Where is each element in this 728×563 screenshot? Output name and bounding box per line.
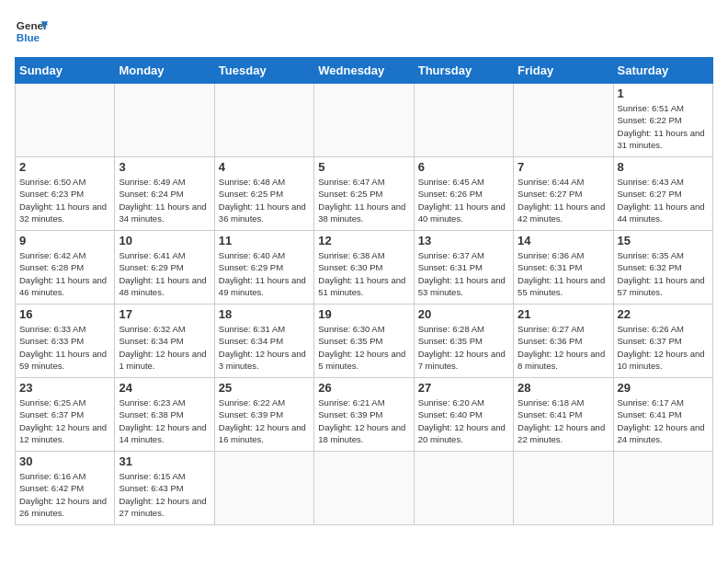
day-info: Sunrise: 6:18 AM Sunset: 6:41 PM Dayligh…: [518, 396, 609, 445]
weekday-header-saturday: Saturday: [613, 58, 712, 84]
calendar-cell: 12Sunrise: 6:38 AM Sunset: 6:30 PM Dayli…: [314, 231, 414, 304]
calendar-cell: 5Sunrise: 6:47 AM Sunset: 6:25 PM Daylig…: [314, 157, 414, 231]
weekday-header-wednesday: Wednesday: [314, 58, 414, 84]
calendar-cell: 8Sunrise: 6:43 AM Sunset: 6:27 PM Daylig…: [613, 157, 712, 231]
calendar-cell: [514, 84, 613, 157]
generalblue-logo-icon: General Blue: [15, 15, 48, 48]
day-info: Sunrise: 6:36 AM Sunset: 6:31 PM Dayligh…: [518, 249, 609, 298]
day-number: 25: [219, 381, 310, 395]
page-header: General Blue: [15, 15, 713, 48]
calendar-cell: 17Sunrise: 6:32 AM Sunset: 6:34 PM Dayli…: [115, 304, 214, 378]
day-info: Sunrise: 6:45 AM Sunset: 6:26 PM Dayligh…: [418, 176, 509, 224]
calendar-cell: 20Sunrise: 6:28 AM Sunset: 6:35 PM Dayli…: [414, 304, 513, 378]
weekday-header-sunday: Sunday: [16, 58, 115, 84]
day-number: 26: [318, 381, 409, 395]
calendar-cell: 22Sunrise: 6:26 AM Sunset: 6:37 PM Dayli…: [613, 304, 712, 378]
logo: General Blue: [15, 15, 48, 48]
calendar-cell: 6Sunrise: 6:45 AM Sunset: 6:26 PM Daylig…: [414, 157, 513, 231]
calendar-cell: 26Sunrise: 6:21 AM Sunset: 6:39 PM Dayli…: [314, 378, 414, 452]
day-info: Sunrise: 6:51 AM Sunset: 6:22 PM Dayligh…: [618, 102, 709, 151]
day-number: 24: [119, 381, 210, 395]
calendar-cell: [214, 452, 313, 525]
day-number: 16: [19, 307, 110, 321]
calendar-cell: 10Sunrise: 6:41 AM Sunset: 6:29 PM Dayli…: [115, 231, 214, 304]
day-number: 28: [518, 381, 609, 395]
calendar-cell: 13Sunrise: 6:37 AM Sunset: 6:31 PM Dayli…: [414, 231, 513, 304]
calendar-cell: 23Sunrise: 6:25 AM Sunset: 6:37 PM Dayli…: [16, 378, 115, 452]
calendar-header-row: SundayMondayTuesdayWednesdayThursdayFrid…: [16, 58, 713, 84]
calendar-cell: [214, 84, 313, 157]
day-number: 21: [518, 307, 609, 321]
day-number: 9: [19, 234, 110, 247]
calendar-cell: [115, 84, 214, 157]
day-number: 17: [119, 307, 210, 321]
calendar-cell: 2Sunrise: 6:50 AM Sunset: 6:23 PM Daylig…: [16, 157, 115, 231]
calendar-week-row: 30Sunrise: 6:16 AM Sunset: 6:42 PM Dayli…: [16, 452, 713, 525]
weekday-header-monday: Monday: [115, 58, 214, 84]
day-number: 23: [19, 381, 110, 395]
day-number: 11: [219, 234, 310, 247]
day-info: Sunrise: 6:23 AM Sunset: 6:38 PM Dayligh…: [119, 396, 210, 445]
day-info: Sunrise: 6:22 AM Sunset: 6:39 PM Dayligh…: [219, 396, 310, 445]
calendar-cell: 25Sunrise: 6:22 AM Sunset: 6:39 PM Dayli…: [214, 378, 313, 452]
day-info: Sunrise: 6:26 AM Sunset: 6:37 PM Dayligh…: [618, 323, 709, 372]
day-number: 30: [19, 454, 110, 468]
day-info: Sunrise: 6:37 AM Sunset: 6:31 PM Dayligh…: [418, 249, 509, 298]
calendar-cell: [16, 84, 115, 157]
day-number: 8: [618, 160, 709, 174]
day-info: Sunrise: 6:41 AM Sunset: 6:29 PM Dayligh…: [119, 249, 210, 298]
day-info: Sunrise: 6:15 AM Sunset: 6:43 PM Dayligh…: [119, 470, 210, 519]
calendar-cell: 14Sunrise: 6:36 AM Sunset: 6:31 PM Dayli…: [514, 231, 613, 304]
day-info: Sunrise: 6:30 AM Sunset: 6:35 PM Dayligh…: [318, 323, 409, 372]
calendar-cell: 15Sunrise: 6:35 AM Sunset: 6:32 PM Dayli…: [613, 231, 712, 304]
day-info: Sunrise: 6:50 AM Sunset: 6:23 PM Dayligh…: [19, 176, 110, 224]
day-info: Sunrise: 6:20 AM Sunset: 6:40 PM Dayligh…: [418, 396, 509, 445]
weekday-header-friday: Friday: [514, 58, 613, 84]
day-info: Sunrise: 6:28 AM Sunset: 6:35 PM Dayligh…: [418, 323, 509, 372]
day-number: 7: [518, 160, 609, 174]
day-info: Sunrise: 6:25 AM Sunset: 6:37 PM Dayligh…: [19, 396, 110, 445]
day-number: 14: [518, 234, 609, 247]
day-info: Sunrise: 6:27 AM Sunset: 6:36 PM Dayligh…: [518, 323, 609, 372]
calendar-table: SundayMondayTuesdayWednesdayThursdayFrid…: [15, 57, 713, 525]
day-number: 2: [19, 160, 110, 174]
day-number: 13: [418, 234, 509, 247]
day-info: Sunrise: 6:48 AM Sunset: 6:25 PM Dayligh…: [219, 176, 310, 224]
day-number: 10: [119, 234, 210, 247]
calendar-cell: 24Sunrise: 6:23 AM Sunset: 6:38 PM Dayli…: [115, 378, 214, 452]
calendar-cell: 16Sunrise: 6:33 AM Sunset: 6:33 PM Dayli…: [16, 304, 115, 378]
day-number: 29: [618, 381, 709, 395]
calendar-cell: 21Sunrise: 6:27 AM Sunset: 6:36 PM Dayli…: [514, 304, 613, 378]
calendar-cell: [414, 84, 513, 157]
calendar-cell: 9Sunrise: 6:42 AM Sunset: 6:28 PM Daylig…: [16, 231, 115, 304]
day-info: Sunrise: 6:49 AM Sunset: 6:24 PM Dayligh…: [119, 176, 210, 224]
svg-text:Blue: Blue: [17, 31, 40, 43]
day-info: Sunrise: 6:43 AM Sunset: 6:27 PM Dayligh…: [618, 176, 709, 224]
calendar-cell: [314, 452, 414, 525]
calendar-cell: 3Sunrise: 6:49 AM Sunset: 6:24 PM Daylig…: [115, 157, 214, 231]
calendar-cell: 18Sunrise: 6:31 AM Sunset: 6:34 PM Dayli…: [214, 304, 313, 378]
day-info: Sunrise: 6:21 AM Sunset: 6:39 PM Dayligh…: [318, 396, 409, 445]
day-info: Sunrise: 6:33 AM Sunset: 6:33 PM Dayligh…: [19, 323, 110, 372]
calendar-week-row: 2Sunrise: 6:50 AM Sunset: 6:23 PM Daylig…: [16, 157, 713, 231]
day-number: 31: [119, 454, 210, 468]
day-number: 18: [219, 307, 310, 321]
day-number: 27: [418, 381, 509, 395]
calendar-week-row: 1Sunrise: 6:51 AM Sunset: 6:22 PM Daylig…: [16, 84, 713, 157]
weekday-header-thursday: Thursday: [414, 58, 513, 84]
day-number: 20: [418, 307, 509, 321]
calendar-cell: [314, 84, 414, 157]
calendar-cell: 31Sunrise: 6:15 AM Sunset: 6:43 PM Dayli…: [115, 452, 214, 525]
day-number: 6: [418, 160, 509, 174]
day-info: Sunrise: 6:32 AM Sunset: 6:34 PM Dayligh…: [119, 323, 210, 372]
day-number: 1: [618, 86, 709, 100]
day-info: Sunrise: 6:44 AM Sunset: 6:27 PM Dayligh…: [518, 176, 609, 224]
calendar-cell: 19Sunrise: 6:30 AM Sunset: 6:35 PM Dayli…: [314, 304, 414, 378]
day-info: Sunrise: 6:17 AM Sunset: 6:41 PM Dayligh…: [618, 396, 709, 445]
day-info: Sunrise: 6:35 AM Sunset: 6:32 PM Dayligh…: [618, 249, 709, 298]
calendar-cell: 29Sunrise: 6:17 AM Sunset: 6:41 PM Dayli…: [613, 378, 712, 452]
day-number: 22: [618, 307, 709, 321]
day-number: 5: [318, 160, 409, 174]
calendar-cell: 30Sunrise: 6:16 AM Sunset: 6:42 PM Dayli…: [16, 452, 115, 525]
day-number: 3: [119, 160, 210, 174]
